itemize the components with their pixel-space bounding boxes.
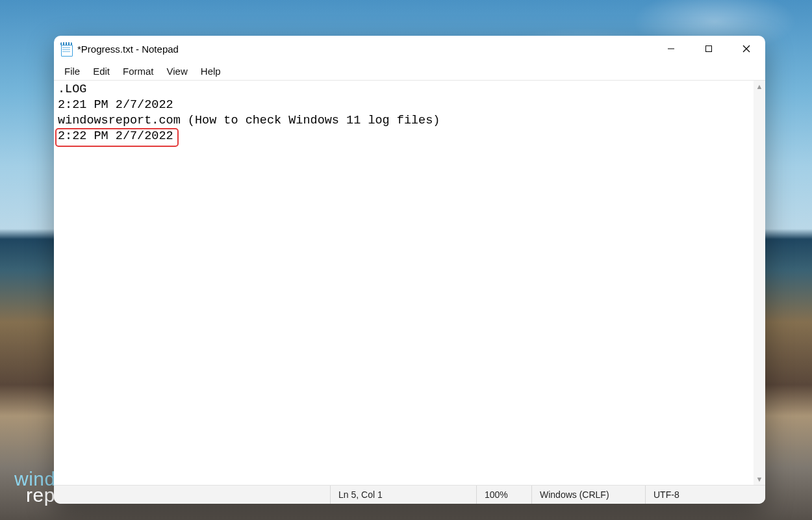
status-spacer bbox=[54, 486, 330, 504]
editor-line: 2:22 PM 2/7/2022 bbox=[58, 129, 750, 144]
status-line-ending: Windows (CRLF) bbox=[531, 486, 645, 504]
menubar: File Edit Format View Help bbox=[54, 62, 765, 81]
statusbar: Ln 5, Col 1 100% Windows (CRLF) UTF-8 bbox=[54, 485, 765, 504]
editor-area: .LOG2:21 PM 2/7/2022windowsreport.com (H… bbox=[54, 81, 765, 485]
menu-file[interactable]: File bbox=[58, 64, 86, 79]
maximize-button[interactable] bbox=[690, 36, 728, 62]
scroll-down-icon[interactable]: ▼ bbox=[754, 473, 765, 485]
close-button[interactable] bbox=[728, 36, 765, 62]
window-controls bbox=[652, 36, 765, 62]
status-encoding: UTF-8 bbox=[645, 486, 765, 504]
menu-help[interactable]: Help bbox=[194, 64, 227, 79]
editor-line: .LOG bbox=[58, 82, 750, 98]
menu-format[interactable]: Format bbox=[116, 64, 160, 79]
text-editor[interactable]: .LOG2:21 PM 2/7/2022windowsreport.com (H… bbox=[54, 81, 754, 485]
svg-rect-1 bbox=[706, 46, 712, 52]
window-title: *Progress.txt - Notepad bbox=[77, 44, 179, 55]
titlebar[interactable]: *Progress.txt - Notepad bbox=[54, 36, 765, 62]
desktop-background: windows report *Progress.txt - Notepad bbox=[0, 0, 812, 520]
minimize-button[interactable] bbox=[652, 36, 690, 62]
menu-view[interactable]: View bbox=[160, 64, 194, 79]
menu-edit[interactable]: Edit bbox=[86, 64, 116, 79]
status-caret-position: Ln 5, Col 1 bbox=[330, 486, 476, 504]
notepad-icon bbox=[60, 42, 72, 55]
status-zoom: 100% bbox=[476, 486, 531, 504]
notepad-window: *Progress.txt - Notepad File Edit Format… bbox=[54, 36, 765, 504]
editor-line: 2:21 PM 2/7/2022 bbox=[58, 98, 750, 113]
vertical-scrollbar[interactable]: ▲ ▼ bbox=[754, 81, 765, 485]
editor-line: windowsreport.com (How to check Windows … bbox=[58, 113, 750, 129]
scroll-up-icon[interactable]: ▲ bbox=[754, 81, 765, 92]
